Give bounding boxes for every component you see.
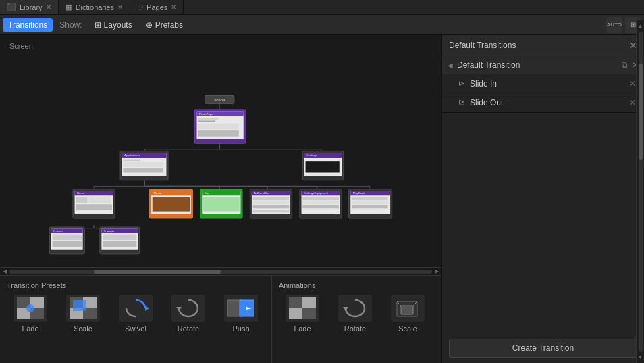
anim-rotate[interactable]: Rotate <box>331 295 379 333</box>
svg-marker-93 <box>343 307 348 311</box>
slide-out-icon: ⊵ <box>458 98 464 107</box>
slide-out-item[interactable]: ⊵ Slide Out ✕ <box>442 93 644 112</box>
tab-dictionaries-close[interactable]: ✕ <box>117 3 123 11</box>
copy-icon[interactable]: ⧉ <box>622 60 628 70</box>
preset-swivel[interactable]: Swivel <box>112 295 159 333</box>
svg-text:Transito: Transito <box>104 229 115 233</box>
anim-scale[interactable]: Scale <box>384 295 431 333</box>
scroll-up-arrow[interactable]: ▲ <box>638 23 643 29</box>
scroll-right-arrow[interactable]: ▶ <box>435 268 439 274</box>
auto-icon: AUTO <box>607 22 622 28</box>
anim-scale-icon <box>391 295 425 322</box>
tab-dictionaries-label: Dictionaries <box>76 3 114 11</box>
anim-rotate-label: Rotate <box>344 324 366 333</box>
dictionaries-icon: ▦ <box>65 3 72 11</box>
node-tree-svg: scene FlashPage Applications <box>0 35 441 275</box>
svg-rect-66 <box>53 234 82 240</box>
slide-out-label: Slide Out <box>470 98 624 107</box>
svg-rect-39 <box>203 197 240 212</box>
prefabs-button[interactable]: ⊕ Prefabs <box>140 18 188 32</box>
prefabs-icon: ⊕ <box>146 20 153 30</box>
grid-icon: ⊞ <box>630 21 636 28</box>
collapse-icon[interactable]: ◀ <box>448 62 453 69</box>
tab-pages[interactable]: ⊞ Pages ✕ <box>130 0 184 14</box>
svg-rect-44 <box>253 197 290 200</box>
svg-text:PlayBack: PlayBack <box>353 192 366 195</box>
svg-rect-61 <box>352 205 388 208</box>
svg-text:Media: Media <box>153 192 161 195</box>
anim-push[interactable]: Push <box>437 295 441 333</box>
tab-dictionaries[interactable]: ▦ Dictionaries ✕ <box>59 0 130 14</box>
canvas-area[interactable]: Screen <box>0 35 441 363</box>
svg-rect-29 <box>76 204 112 210</box>
scroll-track[interactable] <box>9 270 432 274</box>
svg-text:Rocket: Rocket <box>53 229 63 233</box>
anim-fade-label: Fade <box>294 324 311 333</box>
vertical-scrollbar[interactable]: ▲ ▼ <box>636 20 644 363</box>
right-panel: Default Transitions ✕ ◀ Default Transiti… <box>441 35 644 363</box>
svg-rect-17 <box>123 168 163 173</box>
transitions-label: Transitions <box>8 20 47 30</box>
svg-text:scene: scene <box>214 98 225 102</box>
horizontal-scrollbar[interactable]: ◀ ▶ <box>0 267 441 275</box>
preset-swivel-label: Swivel <box>125 324 146 333</box>
svg-rect-72 <box>103 234 136 240</box>
panel-spacer <box>442 113 644 333</box>
tab-library-label: Library <box>20 3 43 11</box>
anim-fade-icon <box>286 295 319 322</box>
preset-push[interactable]: Push <box>217 295 265 333</box>
svg-rect-27 <box>76 197 87 203</box>
svg-rect-8 <box>198 120 215 122</box>
toolbar: Transitions Show: ⊞ Layouts ⊕ Prefabs AU… <box>0 15 644 35</box>
tab-pages-close[interactable]: ✕ <box>171 3 176 11</box>
svg-rect-83 <box>73 300 86 311</box>
preset-rotate[interactable]: Rotate <box>165 295 212 333</box>
bottom-area: Transition Presets <box>0 275 441 363</box>
svg-rect-46 <box>253 205 290 208</box>
svg-rect-73 <box>103 241 136 247</box>
v-scroll-track[interactable] <box>639 32 643 352</box>
preset-fade-icon <box>14 295 47 322</box>
panel-header: Default Transitions ✕ <box>442 35 644 55</box>
svg-text:AdCondBox: AdCondBox <box>254 192 270 195</box>
slide-in-icon: ⊳ <box>458 79 464 88</box>
svg-rect-47 <box>253 210 290 212</box>
svg-rect-28 <box>88 197 111 203</box>
svg-rect-95 <box>401 306 413 314</box>
anim-rotate-icon <box>338 295 372 322</box>
svg-rect-52 <box>302 197 339 200</box>
animations-grid: Fade Rotate <box>279 295 441 333</box>
slide-out-close[interactable]: ✕ <box>629 98 636 107</box>
anim-fade[interactable]: Fade <box>279 295 326 333</box>
prefabs-label: Prefabs <box>155 20 183 30</box>
svg-rect-10 <box>198 130 239 137</box>
svg-rect-60 <box>352 201 388 204</box>
preset-push-icon <box>224 295 258 322</box>
svg-rect-15 <box>123 160 140 162</box>
svg-rect-59 <box>352 197 388 200</box>
slide-in-close[interactable]: ✕ <box>629 79 636 89</box>
panel-title: Default Transitions <box>449 41 516 50</box>
scroll-left-arrow[interactable]: ◀ <box>3 268 7 274</box>
preset-fade[interactable]: Fade <box>7 295 54 333</box>
svg-rect-16 <box>123 162 163 167</box>
library-icon: ⬛ <box>7 3 16 11</box>
auto-icon-button[interactable]: AUTO <box>606 17 622 33</box>
svg-rect-9 <box>198 124 239 130</box>
tab-library-close[interactable]: ✕ <box>46 3 51 11</box>
scroll-down-arrow[interactable]: ▼ <box>638 354 643 360</box>
create-transition-button[interactable]: Create Transition <box>449 339 637 358</box>
animations-title: Animations <box>279 281 441 289</box>
tab-bar: ⬛ Library ✕ ▦ Dictionaries ✕ ⊞ Pages ✕ <box>0 0 644 15</box>
layouts-button[interactable]: ⊞ Layouts <box>89 18 138 32</box>
preset-scale[interactable]: Scale <box>59 295 107 333</box>
transitions-button[interactable]: Transitions <box>3 18 53 32</box>
preset-rotate-icon <box>171 295 205 322</box>
tree-canvas[interactable]: scene FlashPage Applications <box>0 35 441 275</box>
svg-rect-67 <box>53 241 82 247</box>
slide-in-item[interactable]: ⊳ Slide In ✕ <box>442 74 644 93</box>
svg-rect-45 <box>253 201 290 204</box>
tab-library[interactable]: ⬛ Library ✕ <box>0 0 59 14</box>
svg-text:Home: Home <box>77 192 85 195</box>
presets-grid: Fade Scale <box>7 295 265 333</box>
